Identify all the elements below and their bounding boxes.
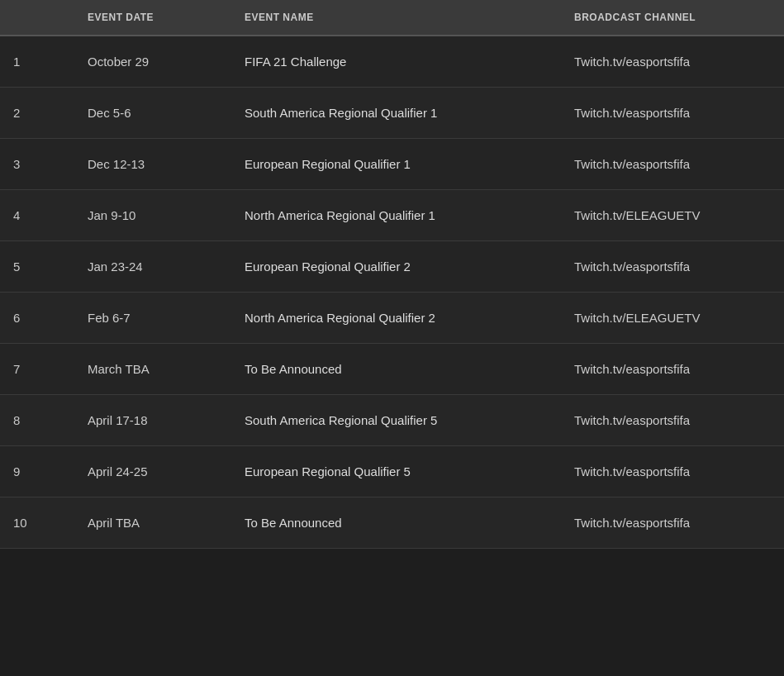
cell-name: FIFA 21 Challenge [231, 36, 561, 87]
cell-channel: Twitch.tv/easportsfifa [561, 395, 784, 445]
cell-name: To Be Announced [231, 344, 561, 394]
col-header-name: EVENT NAME [231, 0, 561, 35]
table-row: 5Jan 23-24European Regional Qualifier 2T… [0, 241, 784, 293]
table-row: 3Dec 12-13European Regional Qualifier 1T… [0, 139, 784, 190]
table-body: 1October 29FIFA 21 ChallengeTwitch.tv/ea… [0, 36, 784, 549]
cell-date: Feb 6-7 [74, 293, 231, 343]
cell-name: European Regional Qualifier 5 [231, 446, 561, 497]
cell-date: April 17-18 [74, 395, 231, 445]
cell-channel: Twitch.tv/easportsfifa [561, 344, 784, 394]
cell-name: South America Regional Qualifier 5 [231, 395, 561, 445]
cell-name: To Be Announced [231, 497, 561, 548]
cell-index: 9 [0, 446, 74, 497]
cell-index: 7 [0, 344, 74, 394]
table-row: 1October 29FIFA 21 ChallengeTwitch.tv/ea… [0, 36, 784, 88]
col-header-index [0, 0, 74, 35]
cell-name: North America Regional Qualifier 1 [231, 190, 561, 240]
cell-date: Jan 9-10 [74, 190, 231, 240]
cell-name: European Regional Qualifier 2 [231, 241, 561, 292]
col-header-channel: BROADCAST CHANNEL [561, 0, 784, 35]
cell-index: 3 [0, 139, 74, 189]
cell-date: April 24-25 [74, 446, 231, 497]
cell-date: March TBA [74, 344, 231, 394]
cell-date: October 29 [74, 36, 231, 87]
table-row: 2Dec 5-6South America Regional Qualifier… [0, 88, 784, 139]
cell-channel: Twitch.tv/ELEAGUETV [561, 190, 784, 240]
cell-channel: Twitch.tv/easportsfifa [561, 139, 784, 189]
cell-channel: Twitch.tv/easportsfifa [561, 446, 784, 497]
table-row: 10April TBATo Be AnnouncedTwitch.tv/easp… [0, 497, 784, 549]
table-row: 8April 17-18South America Regional Quali… [0, 395, 784, 446]
cell-index: 10 [0, 497, 74, 548]
cell-channel: Twitch.tv/easportsfifa [561, 88, 784, 138]
cell-index: 4 [0, 190, 74, 240]
cell-index: 5 [0, 241, 74, 292]
cell-date: Jan 23-24 [74, 241, 231, 292]
table-row: 6Feb 6-7North America Regional Qualifier… [0, 293, 784, 344]
cell-channel: Twitch.tv/easportsfifa [561, 241, 784, 292]
cell-channel: Twitch.tv/ELEAGUETV [561, 293, 784, 343]
cell-name: South America Regional Qualifier 1 [231, 88, 561, 138]
cell-channel: Twitch.tv/easportsfifa [561, 497, 784, 548]
cell-name: North America Regional Qualifier 2 [231, 293, 561, 343]
cell-index: 2 [0, 88, 74, 138]
col-header-date: EVENT DATE [74, 0, 231, 35]
cell-date: Dec 5-6 [74, 88, 231, 138]
cell-index: 8 [0, 395, 74, 445]
table-row: 4Jan 9-10North America Regional Qualifie… [0, 190, 784, 241]
cell-index: 1 [0, 36, 74, 87]
table-row: 7March TBATo Be AnnouncedTwitch.tv/easpo… [0, 344, 784, 395]
cell-date: April TBA [74, 497, 231, 548]
cell-channel: Twitch.tv/easportsfifa [561, 36, 784, 87]
cell-index: 6 [0, 293, 74, 343]
schedule-table: EVENT DATE EVENT NAME BROADCAST CHANNEL … [0, 0, 784, 549]
cell-name: European Regional Qualifier 1 [231, 139, 561, 189]
table-row: 9April 24-25European Regional Qualifier … [0, 446, 784, 497]
table-header: EVENT DATE EVENT NAME BROADCAST CHANNEL [0, 0, 784, 36]
cell-date: Dec 12-13 [74, 139, 231, 189]
